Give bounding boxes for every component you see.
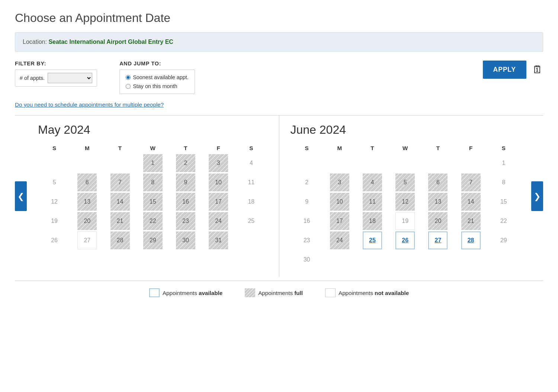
table-cell: 11: [356, 192, 389, 211]
radio-stay-input[interactable]: [126, 84, 131, 89]
table-row: 9101112131415: [291, 192, 520, 211]
june-fri-header: F: [455, 143, 487, 153]
prev-month-button[interactable]: ❮: [15, 181, 27, 211]
table-row: 1234: [38, 153, 268, 173]
june-table: S M T W T F S 12345678910111213141516171…: [291, 143, 520, 269]
radio-soonest[interactable]: Soonest available appt.: [126, 74, 189, 80]
table-cell: 5: [38, 173, 71, 192]
table-cell: 3: [202, 153, 235, 173]
filter-by-group: FILTER BY: # of appts. 1 2 3 4 5: [15, 61, 97, 87]
table-cell: 3: [323, 173, 356, 192]
table-cell: 12: [38, 192, 71, 211]
may-fri-header: F: [202, 143, 235, 153]
next-month-button[interactable]: ❯: [531, 181, 543, 211]
may-table: S M T W T F S 12345678910111213141516171…: [38, 143, 268, 250]
day-cell: 25: [241, 212, 261, 230]
day-cell: 12: [45, 193, 64, 211]
table-row: 2345678: [291, 173, 520, 192]
appts-select[interactable]: 1 2 3 4 5: [48, 73, 92, 83]
may-thu-header: T: [169, 143, 202, 153]
day-cell: 24: [330, 231, 349, 249]
table-cell: 23: [291, 231, 323, 250]
day-cell[interactable]: 26: [395, 231, 415, 249]
table-cell: [389, 250, 421, 269]
table-cell: 25: [235, 211, 267, 231]
june-mon-header: M: [323, 143, 356, 153]
day-cell: 18: [241, 193, 261, 211]
radio-stay-label: Stay on this month: [133, 83, 177, 89]
jump-to-group: AND JUMP TO: Soonest available appt. Sta…: [119, 61, 195, 94]
june-sat-header: S: [487, 143, 520, 153]
page-title: Choose an Appointment Date: [15, 11, 543, 25]
day-cell: 27: [77, 231, 97, 249]
table-cell: 29: [137, 231, 169, 250]
table-cell: 12: [389, 192, 421, 211]
june-title: June 2024: [291, 123, 520, 137]
day-cell: 19: [395, 212, 415, 230]
day-cell: 6: [77, 174, 97, 191]
table-cell: [71, 153, 103, 173]
table-cell: 20: [421, 211, 454, 231]
may-sun-header: S: [38, 143, 71, 153]
radio-stay[interactable]: Stay on this month: [126, 83, 189, 89]
table-cell: 18: [356, 211, 389, 231]
table-cell: 15: [487, 192, 520, 211]
table-cell: 25: [356, 231, 389, 250]
may-wed-header: W: [137, 143, 169, 153]
day-cell: 20: [77, 212, 97, 230]
legend-full: Appointments full: [245, 288, 303, 297]
table-cell: [356, 153, 389, 173]
may-weekday-row: S M T W T F S: [38, 143, 268, 153]
may-tue-header: T: [103, 143, 136, 153]
table-cell: 24: [323, 231, 356, 250]
table-cell: 22: [487, 211, 520, 231]
table-cell: 20: [71, 211, 103, 231]
multiple-people-link[interactable]: Do you need to schedule appointments for…: [15, 101, 164, 108]
table-cell: 16: [169, 192, 202, 211]
day-cell: 15: [494, 193, 513, 211]
legend-available-text: Appointments available: [163, 290, 222, 296]
table-cell: 27: [421, 231, 454, 250]
table-cell: 5: [389, 173, 421, 192]
table-cell: 14: [455, 192, 487, 211]
table-cell: [38, 153, 71, 173]
filter-row: FILTER BY: # of appts. 1 2 3 4 5 AND JUM…: [15, 61, 543, 94]
day-cell: 1: [143, 154, 163, 172]
day-cell: 24: [209, 212, 228, 230]
table-cell: 7: [455, 173, 487, 192]
day-cell: 14: [461, 193, 481, 211]
table-cell: [323, 250, 356, 269]
legend-available-box: [149, 288, 160, 297]
radio-soonest-input[interactable]: [126, 75, 131, 80]
table-cell: [323, 153, 356, 173]
table-cell: 10: [202, 173, 235, 192]
table-cell: 2: [169, 153, 202, 173]
day-cell[interactable]: 28: [461, 231, 481, 249]
table-cell: [421, 250, 454, 269]
day-cell: 18: [363, 212, 382, 230]
table-cell: 27: [71, 231, 103, 250]
day-cell[interactable]: 27: [428, 231, 448, 249]
apply-area: APPLY 🗓: [483, 61, 543, 79]
table-cell: [103, 153, 136, 173]
day-cell[interactable]: 25: [363, 231, 382, 249]
jump-to-label: AND JUMP TO:: [119, 61, 195, 67]
table-row: 23242526272829: [291, 231, 520, 250]
calendars-container: May 2024 S M T W T F S 12345678910111213…: [27, 116, 531, 277]
day-cell: 26: [45, 231, 64, 249]
apply-button[interactable]: APPLY: [483, 61, 526, 79]
table-cell: 21: [103, 211, 136, 231]
june-tue-header: T: [356, 143, 389, 153]
day-cell: 4: [363, 174, 382, 191]
day-cell: 30: [176, 231, 195, 249]
filter-by-inner: # of appts. 1 2 3 4 5: [15, 69, 97, 87]
table-cell: [421, 153, 454, 173]
day-cell: 28: [110, 231, 130, 249]
table-cell: 26: [38, 231, 71, 250]
calendar-icon[interactable]: 🗓: [532, 64, 543, 76]
legend-full-text: Appointments full: [258, 290, 303, 296]
table-cell: 6: [71, 173, 103, 192]
table-cell: 21: [455, 211, 487, 231]
table-cell: 23: [169, 211, 202, 231]
day-cell: 13: [77, 193, 97, 211]
